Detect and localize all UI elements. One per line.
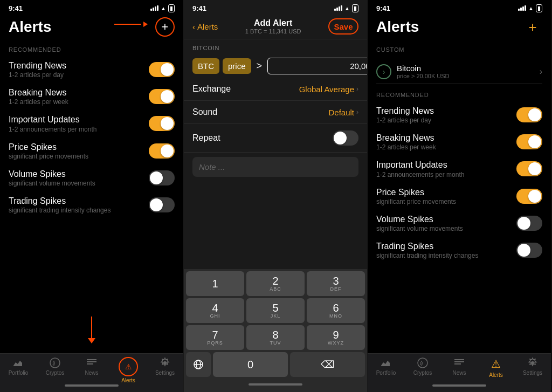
custom-items: › Bitcoin price > 20.00K USD › xyxy=(368,56,551,86)
recommended-section-label-right: RECOMMENDED xyxy=(368,86,551,101)
list-item: Important Updates 1-2 announcements per … xyxy=(0,110,183,137)
price-input[interactable] xyxy=(267,58,368,74)
trending-news-toggle-right[interactable] xyxy=(516,107,542,122)
tab-portfolio-right[interactable]: Portfolio xyxy=(368,357,404,376)
important-updates-toggle-left[interactable] xyxy=(149,116,175,131)
tab-news-left[interactable]: News xyxy=(73,357,110,376)
settings-icon xyxy=(159,357,171,369)
list-item: Important Updates 1-2 announcements per … xyxy=(368,155,551,182)
page-title-left: Alerts xyxy=(9,18,51,36)
bitcoin-subtitle: price > 20.00K USD xyxy=(397,73,450,79)
down-arrow-indicator xyxy=(88,317,95,343)
bitcoin-condition-icon: › xyxy=(376,64,391,79)
key-0[interactable]: 0 xyxy=(213,352,288,377)
tab-portfolio-left[interactable]: Portfolio xyxy=(0,357,37,376)
keyboard: 1 2 ABC 3 DEF 4 GHI 5 JKL 6 MN xyxy=(184,269,367,392)
breaking-news-toggle-right[interactable] xyxy=(516,134,542,149)
chevron-icon: › xyxy=(356,108,358,116)
trading-spikes-toggle-right[interactable] xyxy=(516,243,542,258)
sound-value[interactable]: Default › xyxy=(328,108,358,117)
tab-alerts-right[interactable]: ⚠ Alerts xyxy=(478,357,514,378)
trending-news-toggle-left[interactable] xyxy=(149,62,175,77)
price-spikes-toggle-right[interactable] xyxy=(516,189,542,204)
important-updates-toggle-right[interactable] xyxy=(516,161,542,176)
crypto-label: BITCOIN xyxy=(184,39,367,54)
volume-spikes-toggle-left[interactable] xyxy=(149,170,175,185)
home-indicator-middle xyxy=(186,379,365,390)
note-field[interactable]: Note ... xyxy=(192,157,358,177)
key-4[interactable]: 4 GHI xyxy=(186,298,244,323)
list-item[interactable]: › Bitcoin price > 20.00K USD › xyxy=(376,59,542,84)
sound-label: Sound xyxy=(192,107,217,117)
btc-rate: 1 BTC = 11,341 USD xyxy=(245,28,301,35)
signal-bars-left xyxy=(150,5,158,11)
alert-title: Breaking News xyxy=(376,133,516,143)
key-3[interactable]: 3 DEF xyxy=(307,271,365,296)
back-button[interactable]: ‹ Alerts xyxy=(192,22,218,31)
tab-settings-left[interactable]: Settings xyxy=(147,357,183,376)
tab-label: Settings xyxy=(155,370,175,376)
exchange-label: Exchange xyxy=(192,84,231,94)
status-icons-right: ▲ ▮ xyxy=(518,4,542,12)
signal-bars-middle xyxy=(334,5,342,11)
key-1[interactable]: 1 xyxy=(186,271,244,296)
delete-key[interactable]: ⌫ xyxy=(290,352,365,377)
chevron-icon: › xyxy=(356,85,358,93)
list-item: Volume Spikes significant volume movemen… xyxy=(0,164,183,191)
list-item: Volume Spikes significant volume movemen… xyxy=(368,210,551,237)
tab-label: Settings xyxy=(523,370,542,376)
alert-subtitle: 1-2 announcements per month xyxy=(9,126,149,133)
add-alert-button-right[interactable]: + xyxy=(523,17,542,37)
status-bar-left: 9:41 ▲ ▮ xyxy=(0,0,183,15)
tab-label: Alerts xyxy=(489,372,503,378)
tab-alerts-left[interactable]: ⚠ Alerts xyxy=(110,357,147,383)
bitcoin-title: Bitcoin xyxy=(397,64,450,73)
alert-title: Price Spikes xyxy=(376,187,516,197)
repeat-toggle[interactable] xyxy=(333,130,358,146)
tab-cryptos-right[interactable]: ₿ Cryptos xyxy=(404,357,441,376)
key-8[interactable]: 8 TUV xyxy=(246,325,305,350)
save-button[interactable]: Save xyxy=(328,18,358,35)
arrow-indicator xyxy=(114,22,148,27)
alert-subtitle: significant price movements xyxy=(9,153,149,160)
list-item: Trading Spikes significant trading inten… xyxy=(0,191,183,218)
tab-label: Portfolio xyxy=(376,370,396,376)
tab-news-right[interactable]: News xyxy=(441,357,478,376)
key-5[interactable]: 5 JKL xyxy=(246,298,305,323)
status-icons-left: ▲ ▮ xyxy=(150,4,175,12)
alert-title: Trending News xyxy=(9,60,149,71)
alert-subtitle: 1-2 articles per week xyxy=(376,143,516,151)
mid-nav-header: ‹ Alerts Add Alert 1 BTC = 11,341 USD Sa… xyxy=(184,15,367,39)
middle-panel: 9:41 ▲ ▮ ‹ Alerts Add Alert 1 BTC = 11,3… xyxy=(184,0,368,392)
operator-display: > xyxy=(254,60,265,72)
token-button[interactable]: BTC xyxy=(192,58,219,74)
globe-key[interactable] xyxy=(186,352,211,377)
battery-icon-left: ▮ xyxy=(168,4,175,12)
wifi-icon-middle: ▲ xyxy=(344,5,350,11)
tab-label: Cryptos xyxy=(46,370,64,376)
alert-subtitle: significant price movements xyxy=(376,198,516,205)
list-item: Breaking News 1-2 articles per week xyxy=(0,83,183,110)
add-alert-button[interactable]: + xyxy=(155,17,175,37)
exchange-value[interactable]: Global Average › xyxy=(299,85,358,94)
svg-rect-3 xyxy=(87,361,96,362)
list-item: Trending News 1-2 articles per day xyxy=(0,56,183,83)
price-spikes-toggle-left[interactable] xyxy=(149,143,175,159)
alert-subtitle: significant volume movements xyxy=(9,180,149,187)
key-7[interactable]: 7 PQRS xyxy=(186,325,244,350)
trading-spikes-toggle-left[interactable] xyxy=(149,197,175,212)
key-9[interactable]: 9 WXYZ xyxy=(307,325,365,350)
left-panel: 9:41 ▲ ▮ Alerts + RECOMMENDED xyxy=(0,0,184,392)
tab-cryptos-left[interactable]: ₿ Cryptos xyxy=(37,357,73,376)
key-2[interactable]: 2 ABC xyxy=(246,271,305,296)
time-right: 9:41 xyxy=(376,4,390,12)
volume-spikes-toggle-right[interactable] xyxy=(516,216,542,231)
field-button[interactable]: price xyxy=(223,58,251,74)
alert-title: Price Spikes xyxy=(9,142,149,152)
svg-rect-2 xyxy=(87,359,96,360)
list-item: Trending News 1-2 articles per day xyxy=(368,101,551,128)
breaking-news-toggle-left[interactable] xyxy=(149,89,175,104)
news-icon xyxy=(86,357,98,369)
tab-settings-right[interactable]: Settings xyxy=(514,357,551,376)
key-6[interactable]: 6 MNO xyxy=(307,298,365,323)
